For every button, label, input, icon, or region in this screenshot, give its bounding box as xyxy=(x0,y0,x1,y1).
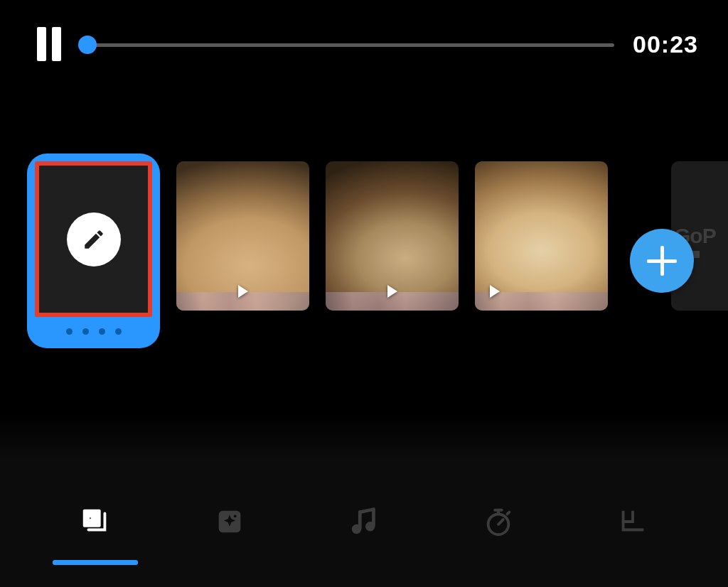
active-indicator xyxy=(53,560,138,565)
play-icon xyxy=(490,285,500,298)
player-bar: 00:23 xyxy=(0,0,728,61)
title-card-highlight xyxy=(35,161,152,317)
clips-icon xyxy=(79,505,112,538)
music-tab[interactable] xyxy=(321,505,407,538)
effects-tab[interactable] xyxy=(187,505,272,538)
page-dot xyxy=(115,328,122,335)
layout-icon xyxy=(616,505,649,538)
add-clip-button[interactable] xyxy=(630,229,694,293)
page-dot xyxy=(66,328,73,335)
music-icon xyxy=(348,505,380,538)
page-dot xyxy=(82,328,89,335)
edit-button[interactable] xyxy=(67,212,121,266)
bottom-nav xyxy=(0,459,728,587)
page-dot xyxy=(99,328,105,335)
play-icon xyxy=(238,285,248,298)
title-card[interactable] xyxy=(27,154,160,348)
progress-slider[interactable] xyxy=(80,43,614,47)
pause-icon xyxy=(52,27,61,61)
page-dots xyxy=(35,324,152,340)
speed-tab[interactable] xyxy=(456,505,541,538)
time-label: 00:23 xyxy=(633,31,698,58)
clip-thumbnail[interactable] xyxy=(176,161,309,311)
clip-strip[interactable]: GoP xyxy=(0,154,728,348)
layout-tab[interactable] xyxy=(590,505,675,538)
sparkle-icon xyxy=(213,505,246,538)
plus-icon xyxy=(660,246,664,276)
stopwatch-icon xyxy=(482,505,515,538)
svg-point-5 xyxy=(365,522,375,531)
progress-thumb[interactable] xyxy=(78,36,97,54)
clip-thumbnail[interactable] xyxy=(475,161,608,311)
svg-point-4 xyxy=(352,524,361,533)
pencil-icon xyxy=(82,227,106,252)
pause-button[interactable] xyxy=(37,27,61,61)
clips-tab[interactable] xyxy=(53,505,138,538)
clip-thumbnail[interactable] xyxy=(326,161,459,311)
pause-icon xyxy=(37,27,46,61)
svg-point-3 xyxy=(234,515,237,517)
play-icon xyxy=(387,285,397,298)
